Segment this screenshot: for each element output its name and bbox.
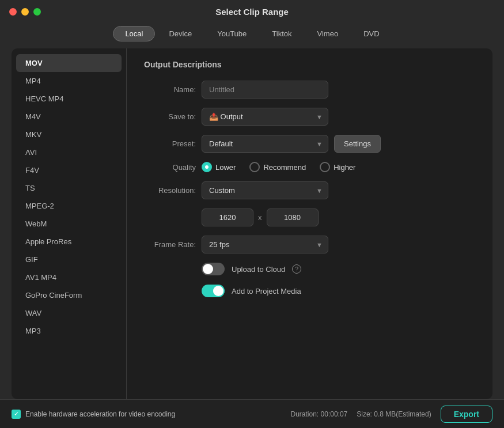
sidebar-item-appleprores[interactable]: Apple ProRes	[16, 233, 122, 251]
save-to-row: Save to: 📤 Output ▼	[144, 108, 475, 126]
size-label: Size: 0.8 MB(Estimated)	[357, 410, 431, 418]
add-project-toggle[interactable]	[202, 285, 225, 297]
preset-label: Preset:	[144, 139, 196, 148]
quality-lower-label: Lower	[215, 163, 236, 172]
section-title: Output Descriptions	[144, 60, 475, 69]
maximize-button[interactable]	[33, 8, 41, 16]
sidebar-item-wav[interactable]: WAV	[16, 304, 122, 322]
sidebar-item-f4v[interactable]: F4V	[16, 161, 122, 179]
framerate-select-wrapper: 25 fps ▼	[202, 236, 328, 253]
duration-label: Duration: 00:00:07	[290, 410, 347, 418]
save-to-select[interactable]: 📤 Output	[202, 108, 328, 126]
hardware-accel-checkbox[interactable]: ✓	[12, 410, 21, 419]
preset-row: Preset: Default ▼ Settings	[144, 135, 475, 153]
sidebar: MOV MP4 HEVC MP4 M4V MKV AVI F4V TS MPEG…	[12, 48, 127, 399]
resolution-select[interactable]: Custom	[202, 181, 328, 199]
save-to-select-wrapper: 📤 Output ▼	[202, 108, 328, 126]
name-input[interactable]	[202, 81, 328, 99]
tab-local[interactable]: Local	[113, 26, 155, 41]
sidebar-item-mov[interactable]: MOV	[16, 54, 122, 72]
preset-select-wrapper: Default ▼	[202, 135, 328, 153]
quality-higher-label: Higher	[334, 163, 355, 172]
tab-device[interactable]: Device	[157, 26, 203, 41]
resolution-inputs-row: x	[144, 209, 475, 226]
quality-recommend-radio[interactable]	[249, 162, 260, 172]
duration-value: 00:00:07	[321, 410, 348, 418]
close-button[interactable]	[9, 8, 17, 16]
upload-cloud-label: Upload to Cloud	[232, 265, 285, 274]
quality-row: Quality Lower Recommend Higher	[144, 162, 475, 172]
title-bar: Select Clip Range	[0, 0, 504, 21]
quality-recommend-label: Recommend	[263, 163, 306, 172]
framerate-label: Frame Rate:	[144, 240, 196, 249]
quality-lower[interactable]: Lower	[202, 162, 236, 172]
tab-dvd[interactable]: DVD	[352, 26, 391, 41]
sidebar-item-mpeg2[interactable]: MPEG-2	[16, 197, 122, 215]
export-button[interactable]: Export	[441, 406, 492, 423]
resolution-select-wrapper: Custom ▼	[202, 181, 328, 199]
tab-vimeo[interactable]: Vimeo	[306, 26, 350, 41]
upload-cloud-row: Upload to Cloud ?	[144, 263, 475, 275]
framerate-row: Frame Rate: 25 fps ▼	[144, 236, 475, 253]
quality-options: Lower Recommend Higher	[202, 162, 355, 172]
preset-select[interactable]: Default	[202, 135, 328, 153]
window-controls	[9, 8, 41, 16]
size-value: 0.8 MB(Estimated)	[374, 410, 431, 418]
upload-cloud-toggle[interactable]	[202, 263, 225, 275]
hardware-accel-label: Enable hardware acceleration for video e…	[25, 410, 175, 418]
sidebar-item-gif[interactable]: GIF	[16, 251, 122, 268]
sidebar-item-webm[interactable]: WebM	[16, 215, 122, 233]
resolution-inputs: x	[202, 209, 319, 226]
resolution-label: Resolution:	[144, 186, 196, 195]
quality-recommend[interactable]: Recommend	[249, 162, 306, 172]
hardware-accel-wrapper: ✓ Enable hardware acceleration for video…	[12, 410, 175, 419]
main-content: MOV MP4 HEVC MP4 M4V MKV AVI F4V TS MPEG…	[12, 48, 492, 399]
sidebar-item-mkv[interactable]: MKV	[16, 126, 122, 143]
minimize-button[interactable]	[21, 8, 29, 16]
resolution-width-input[interactable]	[202, 209, 253, 226]
add-project-label: Add to Project Media	[232, 287, 301, 296]
window-title: Select Clip Range	[215, 7, 289, 17]
sidebar-item-ts[interactable]: TS	[16, 179, 122, 197]
sidebar-item-mp3[interactable]: MP3	[16, 322, 122, 340]
name-row: Name:	[144, 81, 475, 99]
quality-higher-radio[interactable]	[320, 162, 330, 172]
tab-youtube[interactable]: YouTube	[206, 26, 258, 41]
sidebar-item-mp4[interactable]: MP4	[16, 72, 122, 90]
resolution-row: Resolution: Custom ▼	[144, 181, 475, 199]
sidebar-item-m4v[interactable]: M4V	[16, 108, 122, 126]
resolution-height-input[interactable]	[267, 209, 319, 226]
name-label: Name:	[144, 85, 196, 94]
sidebar-item-avi[interactable]: AVI	[16, 143, 122, 161]
save-to-label: Save to:	[144, 112, 196, 121]
sidebar-item-hevcmp4[interactable]: HEVC MP4	[16, 90, 122, 108]
resolution-x-label: x	[258, 213, 262, 222]
sidebar-item-av1mp4[interactable]: AV1 MP4	[16, 268, 122, 286]
add-project-row: Add to Project Media	[144, 285, 475, 297]
quality-label: Quality	[144, 163, 196, 172]
tab-bar: Local Device YouTube Tiktok Vimeo DVD	[0, 21, 504, 48]
framerate-select[interactable]: 25 fps	[202, 236, 328, 253]
quality-higher[interactable]: Higher	[320, 162, 355, 172]
help-icon[interactable]: ?	[292, 264, 301, 274]
settings-button[interactable]: Settings	[334, 135, 381, 153]
sidebar-item-goprocinform[interactable]: GoPro CineForm	[16, 286, 122, 304]
quality-lower-radio[interactable]	[202, 162, 212, 172]
bottom-bar: ✓ Enable hardware acceleration for video…	[0, 399, 504, 428]
output-panel: Output Descriptions Name: Save to: 📤 Out…	[127, 48, 492, 399]
tab-tiktok[interactable]: Tiktok	[260, 26, 303, 41]
